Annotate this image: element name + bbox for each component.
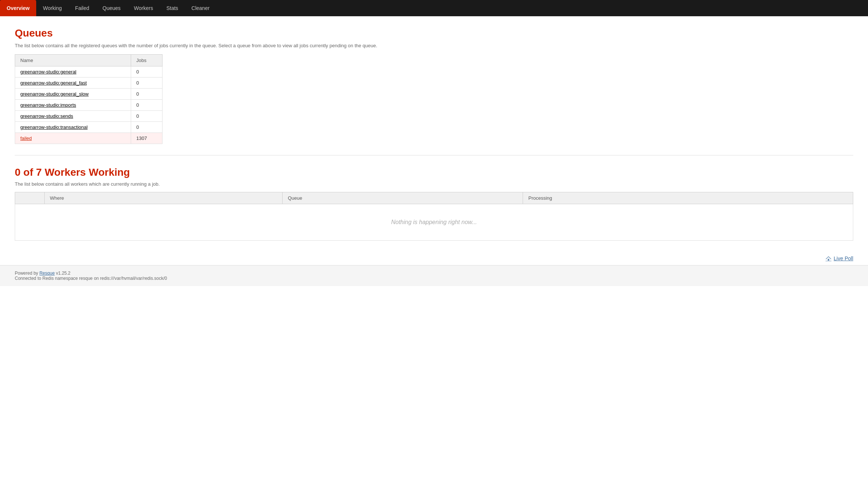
table-row: greenarrow-studio:imports0	[15, 100, 163, 111]
nav-stats[interactable]: Stats	[160, 0, 185, 16]
live-poll-link[interactable]: Live Poll	[826, 255, 853, 261]
nav-overview[interactable]: Overview	[0, 0, 36, 16]
queue-name-cell: greenarrow-studio:sends	[15, 111, 131, 122]
nav-working[interactable]: Working	[36, 0, 68, 16]
queue-name-cell: greenarrow-studio:general_slow	[15, 89, 131, 100]
queue-name-cell: greenarrow-studio:general	[15, 66, 131, 78]
workers-col-queue: Queue	[283, 192, 523, 204]
queues-table: Name Jobs greenarrow-studio:general0gree…	[15, 54, 163, 144]
workers-empty-message: Nothing is happening right now...	[15, 204, 853, 241]
queue-name-link[interactable]: greenarrow-studio:general_slow	[20, 91, 89, 97]
queue-name-cell: greenarrow-studio:general_fast	[15, 78, 131, 89]
queues-description: The list below contains all the register…	[15, 43, 853, 48]
workers-col-processing: Processing	[523, 192, 853, 204]
footer-line1: Powered by Resque v1.25.2	[15, 271, 853, 276]
queue-jobs-cell: 0	[131, 122, 163, 133]
table-row: greenarrow-studio:general_slow0	[15, 89, 163, 100]
footer-redis-info: Connected to Redis namespace resque on r…	[15, 276, 167, 281]
workers-table: Where Queue Processing Nothing is happen…	[15, 192, 853, 241]
footer-powered-by: Powered by	[15, 271, 40, 276]
queues-col-jobs: Jobs	[131, 55, 163, 66]
svg-rect-0	[828, 259, 829, 261]
queue-jobs-cell: 0	[131, 78, 163, 89]
queue-jobs-cell: 0	[131, 111, 163, 122]
live-poll-label: Live Poll	[834, 255, 853, 261]
queue-name-cell: greenarrow-studio:imports	[15, 100, 131, 111]
section-divider	[15, 155, 853, 155]
queue-name-cell: greenarrow-studio:transactional	[15, 122, 131, 133]
queue-name-link[interactable]: greenarrow-studio:sends	[20, 113, 73, 119]
nav-failed[interactable]: Failed	[68, 0, 96, 16]
footer-line2: Connected to Redis namespace resque on r…	[15, 276, 853, 281]
queue-jobs-cell: 1307	[131, 133, 163, 144]
queue-name-link[interactable]: greenarrow-studio:transactional	[20, 124, 88, 130]
workers-description: The list below contains all workers whic…	[15, 181, 853, 187]
footer: Powered by Resque v1.25.2 Connected to R…	[0, 265, 868, 286]
nav-queues[interactable]: Queues	[96, 0, 127, 16]
workers-section: 0 of 7 Workers Working The list below co…	[15, 166, 853, 241]
workers-empty-row: Nothing is happening right now...	[15, 204, 853, 241]
live-poll-icon	[826, 255, 831, 261]
workers-title: 0 of 7 Workers Working	[15, 166, 853, 178]
main-nav: Overview Working Failed Queues Workers S…	[0, 0, 868, 16]
queue-jobs-cell: 0	[131, 89, 163, 100]
table-row: greenarrow-studio:general_fast0	[15, 78, 163, 89]
table-row: greenarrow-studio:sends0	[15, 111, 163, 122]
queue-jobs-cell: 0	[131, 66, 163, 78]
queue-name-link[interactable]: failed	[20, 135, 32, 141]
queue-name-link[interactable]: greenarrow-studio:general_fast	[20, 80, 87, 86]
resque-link[interactable]: Resque	[40, 271, 55, 276]
queue-name-link[interactable]: greenarrow-studio:general	[20, 69, 76, 75]
table-row: greenarrow-studio:transactional0	[15, 122, 163, 133]
nav-workers[interactable]: Workers	[127, 0, 160, 16]
queues-col-name: Name	[15, 55, 131, 66]
live-poll-bar: Live Poll	[0, 252, 868, 265]
workers-col-where: Where	[45, 192, 283, 204]
nav-cleaner[interactable]: Cleaner	[185, 0, 216, 16]
footer-version: v1.25.2	[55, 271, 71, 276]
table-row: failed1307	[15, 133, 163, 144]
queue-jobs-cell: 0	[131, 100, 163, 111]
queue-name-link[interactable]: greenarrow-studio:imports	[20, 102, 76, 108]
table-row: greenarrow-studio:general0	[15, 66, 163, 78]
main-content: Queues The list below contains all the r…	[0, 16, 868, 252]
queue-name-cell: failed	[15, 133, 131, 144]
queues-title: Queues	[15, 27, 853, 39]
workers-col-empty	[15, 192, 45, 204]
